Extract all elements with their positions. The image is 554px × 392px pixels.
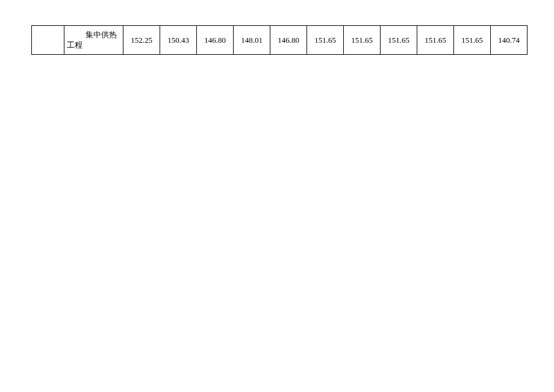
value-cell: 151.65	[307, 26, 344, 55]
table-row: 集中供热 工程 152.25 150.43 146.80 148.01 146.…	[32, 26, 528, 55]
value-cell: 148.01	[234, 26, 270, 55]
data-table: 集中供热 工程 152.25 150.43 146.80 148.01 146.…	[31, 25, 528, 55]
row-index-cell	[32, 26, 64, 55]
label-line-1: 集中供热	[66, 30, 122, 40]
value-cell: 146.80	[270, 26, 307, 55]
table-container: 集中供热 工程 152.25 150.43 146.80 148.01 146.…	[31, 25, 523, 55]
value-cell: 152.25	[123, 26, 160, 55]
value-cell: 151.65	[381, 26, 417, 55]
value-cell: 150.43	[160, 26, 197, 55]
value-cell: 140.74	[491, 26, 528, 55]
value-cell: 151.65	[454, 26, 491, 55]
row-label-cell: 集中供热 工程	[64, 26, 123, 55]
value-cell: 146.80	[197, 26, 234, 55]
value-cell: 151.65	[344, 26, 381, 55]
label-line-2: 工程	[66, 40, 122, 51]
value-cell: 151.65	[417, 26, 454, 55]
